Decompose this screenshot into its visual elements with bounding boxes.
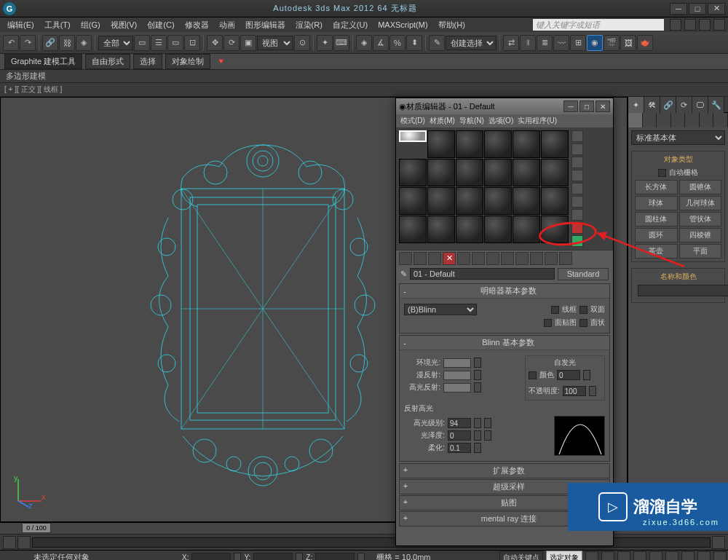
- cameras-subtab[interactable]: [671, 113, 686, 127]
- material-editor-button[interactable]: ◉: [587, 35, 603, 51]
- lights-subtab[interactable]: [657, 113, 671, 127]
- ribbon-select[interactable]: 选择: [133, 54, 162, 69]
- menu-grapheditors[interactable]: 图形编辑器: [241, 18, 290, 32]
- menu-help[interactable]: 帮助(H): [434, 18, 470, 32]
- options-icon[interactable]: [571, 209, 583, 221]
- close-button[interactable]: ✕: [708, 3, 725, 15]
- coord-y-spin[interactable]: [296, 553, 303, 561]
- sample-type-icon[interactable]: [571, 130, 583, 142]
- spinner-snap-button[interactable]: ⬍: [406, 35, 422, 51]
- speclevel-spin[interactable]: 94: [448, 418, 471, 428]
- blinn-rollout-head[interactable]: -Blinn 基本参数: [400, 336, 609, 350]
- angle-snap-button[interactable]: ∡: [373, 35, 389, 51]
- faceted-check[interactable]: [579, 319, 587, 327]
- hierarchy-tab[interactable]: 🔗: [660, 97, 676, 113]
- helpers-subtab[interactable]: [685, 113, 700, 127]
- mat-minimize[interactable]: ─: [563, 100, 578, 112]
- diffuse-map[interactable]: [474, 370, 481, 380]
- select-name-button[interactable]: ☰: [151, 35, 167, 51]
- play-button[interactable]: [617, 551, 630, 561]
- curve-editor-button[interactable]: 〰: [553, 35, 569, 51]
- layers-button[interactable]: ≣: [537, 35, 553, 51]
- sample-slot[interactable]: [541, 216, 569, 243]
- sample-uv-icon[interactable]: [571, 170, 583, 181]
- specular-swatch[interactable]: [443, 383, 471, 393]
- sample-slot[interactable]: [484, 216, 512, 243]
- time-slider-thumb[interactable]: 0 / 100: [22, 523, 51, 533]
- go-parent-icon[interactable]: [545, 252, 558, 265]
- sample-slot[interactable]: [513, 130, 540, 158]
- gloss-spin[interactable]: 0: [448, 430, 471, 441]
- twoside-check[interactable]: [579, 306, 587, 314]
- put-to-lib-icon[interactable]: [486, 252, 499, 265]
- mat-close[interactable]: ✕: [596, 100, 610, 112]
- select-button[interactable]: ▭: [134, 35, 150, 51]
- lock-icon[interactable]: [167, 552, 179, 561]
- sample-slot[interactable]: [456, 187, 483, 215]
- fav-icon[interactable]: [699, 19, 711, 31]
- track-mini-3[interactable]: [712, 536, 725, 549]
- prim-box[interactable]: 长方体: [635, 180, 678, 194]
- coord-z[interactable]: [315, 553, 355, 561]
- menu-tools[interactable]: 工具(T): [40, 18, 75, 32]
- render-setup-button[interactable]: 🎬: [604, 35, 620, 51]
- snap-button[interactable]: ◈: [356, 35, 372, 51]
- window-cross-button[interactable]: ⊡: [184, 35, 200, 51]
- select-rect-button[interactable]: ▭: [167, 35, 183, 51]
- menu-customize[interactable]: 自定义(U): [328, 18, 372, 32]
- nav-4[interactable]: [713, 551, 727, 561]
- named-sel-button[interactable]: ✎: [429, 35, 445, 51]
- menu-modifiers[interactable]: 修改器: [181, 18, 213, 32]
- menu-render[interactable]: 渲染(R): [291, 18, 327, 32]
- facemap-check[interactable]: [544, 319, 552, 327]
- goto-start[interactable]: [585, 551, 598, 561]
- assign-to-sel-icon[interactable]: [428, 252, 441, 265]
- sample-slot[interactable]: [456, 216, 483, 243]
- make-unique-icon[interactable]: [472, 252, 485, 265]
- sample-slot[interactable]: [484, 187, 512, 215]
- sample-slot[interactable]: [456, 130, 483, 158]
- help-icon[interactable]: [713, 19, 725, 31]
- prim-plane[interactable]: 平面: [679, 244, 722, 259]
- coord-x-spin[interactable]: [234, 553, 241, 561]
- opacity-spin[interactable]: 100: [563, 386, 586, 396]
- menu-create[interactable]: 创建(C): [143, 18, 178, 32]
- sample-slot[interactable]: [513, 159, 540, 186]
- coord-z-spin[interactable]: [357, 553, 365, 561]
- redo-button[interactable]: ↷: [20, 35, 36, 51]
- help-search[interactable]: 键入关键字或短语: [533, 19, 664, 31]
- sample-slot[interactable]: [399, 216, 427, 243]
- goto-end[interactable]: [649, 551, 662, 561]
- viewport[interactable]: x y z ◉ 材质编辑器 - 01 - Default ─ □ ✕ 模式(D)…: [0, 97, 628, 522]
- ambient-map[interactable]: [474, 358, 481, 368]
- undo-button[interactable]: ↶: [3, 35, 19, 51]
- mat-menu-material[interactable]: 材质(M): [428, 116, 456, 126]
- gloss-btns[interactable]: [474, 430, 481, 441]
- shapes-subtab[interactable]: [643, 113, 657, 127]
- sample-slot[interactable]: [541, 130, 569, 158]
- link-button[interactable]: 🔗: [42, 35, 58, 51]
- mat-menu-nav[interactable]: 导航(N): [458, 116, 486, 126]
- rotate-button[interactable]: ⟳: [223, 35, 240, 51]
- viewport-label[interactable]: [ + ][ 正交 ][ 线框 ]: [0, 83, 728, 97]
- maximize-button[interactable]: □: [689, 3, 706, 15]
- pick-icon[interactable]: ✎: [400, 269, 407, 279]
- menu-group[interactable]: 组(G): [76, 18, 105, 32]
- sample-slot[interactable]: [427, 159, 455, 186]
- manip-button[interactable]: ✦: [317, 35, 333, 51]
- video-check-icon[interactable]: [571, 183, 583, 194]
- bind-button[interactable]: ◈: [76, 35, 92, 51]
- make-copy-icon[interactable]: [457, 252, 470, 265]
- keymode-button[interactable]: ⌨: [333, 35, 349, 51]
- sample-slot[interactable]: [484, 159, 512, 186]
- systems-subtab[interactable]: [713, 113, 728, 127]
- schematic-button[interactable]: ⊞: [570, 35, 586, 51]
- mat-menu-util[interactable]: 实用程序(U): [516, 116, 558, 126]
- geometry-subtab[interactable]: [628, 113, 643, 127]
- selected-key-button[interactable]: 选定对象: [546, 551, 582, 561]
- show-end-icon[interactable]: [530, 252, 543, 265]
- prim-cylinder[interactable]: 圆柱体: [635, 212, 678, 226]
- wire-check[interactable]: [551, 306, 559, 314]
- display-tab[interactable]: 🖵: [692, 97, 708, 113]
- sample-slot[interactable]: [484, 130, 512, 158]
